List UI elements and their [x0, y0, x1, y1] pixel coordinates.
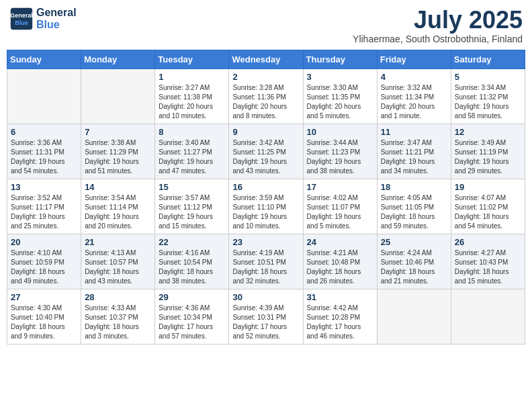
calendar-table: SundayMondayTuesdayWednesdayThursdayFrid…	[7, 50, 525, 345]
calendar-day-cell: 26Sunrise: 4:27 AMSunset: 10:43 PMDaylig…	[451, 234, 525, 289]
day-number: 26	[455, 237, 521, 247]
weekday-header: Monday	[81, 50, 155, 68]
day-detail: Sunrise: 3:32 AMSunset: 11:34 PMDaylight…	[381, 83, 447, 121]
day-number: 3	[307, 72, 373, 82]
calendar-day-cell: 23Sunrise: 4:19 AMSunset: 10:51 PMDaylig…	[229, 234, 303, 289]
calendar-day-cell: 14Sunrise: 3:54 AMSunset: 11:14 PMDaylig…	[81, 179, 155, 234]
calendar-day-cell: 12Sunrise: 3:49 AMSunset: 11:19 PMDaylig…	[451, 124, 525, 179]
day-detail: Sunrise: 3:36 AMSunset: 11:31 PMDaylight…	[11, 138, 77, 176]
day-number: 25	[381, 237, 447, 247]
calendar-day-cell: 8Sunrise: 3:40 AMSunset: 11:27 PMDayligh…	[155, 124, 229, 179]
day-detail: Sunrise: 4:42 AMSunset: 10:28 PMDaylight…	[307, 304, 373, 341]
day-detail: Sunrise: 4:30 AMSunset: 10:40 PMDaylight…	[11, 304, 77, 341]
calendar-day-cell: 28Sunrise: 4:33 AMSunset: 10:37 PMDaylig…	[81, 289, 155, 344]
day-number: 14	[85, 182, 151, 192]
day-number: 13	[11, 182, 77, 192]
day-detail: Sunrise: 4:19 AMSunset: 10:51 PMDaylight…	[232, 248, 299, 286]
calendar-week-row: 13Sunrise: 3:52 AMSunset: 11:17 PMDaylig…	[7, 179, 525, 234]
day-number: 1	[159, 72, 225, 82]
calendar-day-cell: 3Sunrise: 3:30 AMSunset: 11:35 PMDayligh…	[303, 68, 377, 124]
weekday-header: Tuesday	[155, 50, 229, 68]
day-detail: Sunrise: 3:38 AMSunset: 11:29 PMDaylight…	[85, 138, 151, 176]
day-number: 30	[232, 292, 299, 302]
day-detail: Sunrise: 3:49 AMSunset: 11:19 PMDaylight…	[455, 138, 521, 176]
day-number: 31	[307, 292, 373, 302]
day-detail: Sunrise: 4:24 AMSunset: 10:46 PMDaylight…	[381, 248, 447, 286]
day-detail: Sunrise: 3:42 AMSunset: 11:25 PMDaylight…	[232, 138, 299, 176]
day-detail: Sunrise: 4:13 AMSunset: 10:57 PMDaylight…	[85, 248, 151, 286]
day-detail: Sunrise: 3:57 AMSunset: 11:12 PMDaylight…	[159, 193, 225, 231]
calendar-day-cell: 9Sunrise: 3:42 AMSunset: 11:25 PMDayligh…	[229, 124, 303, 179]
day-detail: Sunrise: 3:28 AMSunset: 11:36 PMDaylight…	[232, 83, 299, 121]
calendar-day-cell: 25Sunrise: 4:24 AMSunset: 10:46 PMDaylig…	[377, 234, 451, 289]
day-detail: Sunrise: 4:27 AMSunset: 10:43 PMDaylight…	[455, 248, 521, 286]
calendar-day-cell: 29Sunrise: 4:36 AMSunset: 10:34 PMDaylig…	[155, 289, 229, 344]
calendar-day-cell	[7, 68, 81, 124]
calendar-day-cell	[377, 289, 451, 344]
day-detail: Sunrise: 3:54 AMSunset: 11:14 PMDaylight…	[85, 193, 151, 231]
day-detail: Sunrise: 3:52 AMSunset: 11:17 PMDaylight…	[11, 193, 77, 231]
svg-text:General: General	[10, 12, 33, 19]
calendar-day-cell: 18Sunrise: 4:05 AMSunset: 11:05 PMDaylig…	[377, 179, 451, 234]
page-header: General Blue General Blue July 2025 Ylih…	[7, 7, 525, 44]
day-detail: Sunrise: 4:07 AMSunset: 11:02 PMDaylight…	[455, 193, 521, 231]
calendar-day-cell: 4Sunrise: 3:32 AMSunset: 11:34 PMDayligh…	[377, 68, 451, 124]
day-detail: Sunrise: 4:16 AMSunset: 10:54 PMDaylight…	[159, 248, 225, 286]
svg-text:Blue: Blue	[15, 19, 28, 26]
day-detail: Sunrise: 3:44 AMSunset: 11:23 PMDaylight…	[307, 138, 373, 176]
logo-text-general: General	[36, 7, 77, 19]
day-number: 8	[159, 127, 225, 137]
day-detail: Sunrise: 4:33 AMSunset: 10:37 PMDaylight…	[85, 304, 151, 341]
weekday-header: Wednesday	[229, 50, 303, 68]
location-subtitle: Ylihaermae, South Ostrobothnia, Finland	[353, 34, 523, 44]
calendar-week-row: 20Sunrise: 4:10 AMSunset: 10:59 PMDaylig…	[7, 234, 525, 289]
day-detail: Sunrise: 3:34 AMSunset: 11:32 PMDaylight…	[455, 83, 521, 121]
weekday-header: Sunday	[7, 50, 81, 68]
logo-text-blue: Blue	[36, 19, 77, 31]
calendar-day-cell: 27Sunrise: 4:30 AMSunset: 10:40 PMDaylig…	[7, 289, 81, 344]
day-number: 17	[307, 182, 373, 192]
calendar-week-row: 27Sunrise: 4:30 AMSunset: 10:40 PMDaylig…	[7, 289, 525, 344]
day-number: 20	[11, 237, 77, 247]
calendar-day-cell: 31Sunrise: 4:42 AMSunset: 10:28 PMDaylig…	[303, 289, 377, 344]
calendar-day-cell: 17Sunrise: 4:02 AMSunset: 11:07 PMDaylig…	[303, 179, 377, 234]
weekday-header: Thursday	[303, 50, 377, 68]
day-detail: Sunrise: 3:47 AMSunset: 11:21 PMDaylight…	[381, 138, 447, 176]
day-number: 9	[232, 127, 299, 137]
logo: General Blue General Blue	[9, 7, 77, 31]
day-number: 18	[381, 182, 447, 192]
weekday-header: Friday	[377, 50, 451, 68]
calendar-day-cell: 6Sunrise: 3:36 AMSunset: 11:31 PMDayligh…	[7, 124, 81, 179]
day-detail: Sunrise: 4:05 AMSunset: 11:05 PMDaylight…	[381, 193, 447, 231]
calendar-day-cell: 15Sunrise: 3:57 AMSunset: 11:12 PMDaylig…	[155, 179, 229, 234]
day-number: 12	[455, 127, 521, 137]
day-number: 6	[11, 127, 77, 137]
day-number: 24	[307, 237, 373, 247]
calendar-day-cell: 2Sunrise: 3:28 AMSunset: 11:36 PMDayligh…	[229, 68, 303, 124]
calendar-day-cell	[81, 68, 155, 124]
day-number: 22	[159, 237, 225, 247]
calendar-day-cell: 24Sunrise: 4:21 AMSunset: 10:48 PMDaylig…	[303, 234, 377, 289]
calendar-day-cell: 10Sunrise: 3:44 AMSunset: 11:23 PMDaylig…	[303, 124, 377, 179]
calendar-day-cell: 11Sunrise: 3:47 AMSunset: 11:21 PMDaylig…	[377, 124, 451, 179]
calendar-day-cell: 1Sunrise: 3:27 AMSunset: 11:38 PMDayligh…	[155, 68, 229, 124]
calendar-day-cell: 20Sunrise: 4:10 AMSunset: 10:59 PMDaylig…	[7, 234, 81, 289]
day-number: 29	[159, 292, 225, 302]
calendar-day-cell: 22Sunrise: 4:16 AMSunset: 10:54 PMDaylig…	[155, 234, 229, 289]
day-number: 7	[85, 127, 151, 137]
day-detail: Sunrise: 3:30 AMSunset: 11:35 PMDaylight…	[307, 83, 373, 121]
day-detail: Sunrise: 3:59 AMSunset: 11:10 PMDaylight…	[232, 193, 299, 231]
day-detail: Sunrise: 3:27 AMSunset: 11:38 PMDaylight…	[159, 83, 225, 121]
day-number: 23	[232, 237, 299, 247]
day-number: 15	[159, 182, 225, 192]
day-detail: Sunrise: 4:02 AMSunset: 11:07 PMDaylight…	[307, 193, 373, 231]
day-number: 16	[232, 182, 299, 192]
day-detail: Sunrise: 4:36 AMSunset: 10:34 PMDaylight…	[159, 304, 225, 341]
day-detail: Sunrise: 4:39 AMSunset: 10:31 PMDaylight…	[232, 304, 299, 341]
calendar-week-row: 6Sunrise: 3:36 AMSunset: 11:31 PMDayligh…	[7, 124, 525, 179]
day-number: 27	[11, 292, 77, 302]
day-number: 11	[381, 127, 447, 137]
calendar-day-cell: 5Sunrise: 3:34 AMSunset: 11:32 PMDayligh…	[451, 68, 525, 124]
calendar-day-cell: 13Sunrise: 3:52 AMSunset: 11:17 PMDaylig…	[7, 179, 81, 234]
weekday-header: Saturday	[451, 50, 525, 68]
